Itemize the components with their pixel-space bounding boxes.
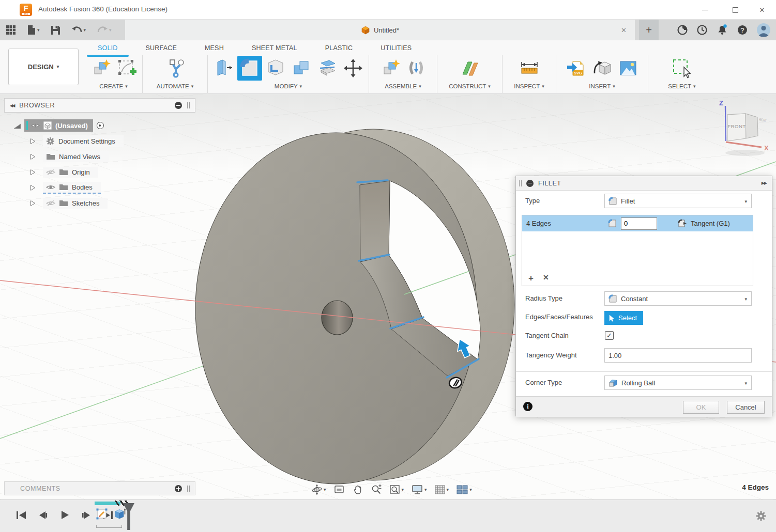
construct-plane-button[interactable]	[458, 56, 482, 81]
expand-arrow-icon[interactable]	[30, 169, 36, 176]
tree-row-named-views[interactable]: Named Views	[4, 149, 195, 164]
expand-arrow-icon[interactable]	[30, 153, 36, 160]
tree-row-root[interactable]: (Unsaved)	[4, 118, 195, 133]
add-comment-icon[interactable]	[175, 485, 182, 492]
notification-bell-button[interactable]	[716, 24, 728, 36]
user-avatar-button[interactable]	[756, 23, 771, 37]
tab-mesh[interactable]: MESH	[191, 42, 238, 56]
job-status-button[interactable]	[677, 24, 688, 36]
viewcube-right-face[interactable]	[745, 114, 758, 138]
document-tab[interactable]: Untitled* ✕	[125, 20, 635, 40]
group-label-automate[interactable]: AUTOMATE▾	[157, 82, 193, 91]
dialog-grip[interactable]	[519, 180, 522, 186]
comments-grip[interactable]	[187, 486, 190, 492]
undo-button[interactable]: ▾	[70, 24, 88, 36]
visibility-eye-icon[interactable]	[31, 122, 40, 129]
collapse-panel-icon[interactable]: ◀◀	[10, 103, 14, 108]
tab-utilities[interactable]: UTILITIES	[367, 42, 425, 56]
minimize-button[interactable]	[696, 3, 714, 17]
file-menu-button[interactable]: ▾	[25, 23, 41, 37]
root-document-chip[interactable]: (Unsaved)	[24, 119, 93, 132]
disc-model[interactable]	[195, 129, 514, 484]
fit-button[interactable]: ▾	[388, 483, 405, 496]
type-dropdown[interactable]: Fillet ▾	[604, 194, 752, 208]
expand-arrow-icon[interactable]	[30, 138, 36, 145]
remove-edge-set-button[interactable]: ✕	[543, 274, 549, 283]
view-cube[interactable]: FRONT RIGHT Z X	[715, 100, 776, 158]
expand-arrow-icon[interactable]	[30, 200, 36, 207]
measure-button[interactable]	[517, 56, 542, 81]
zoom-button[interactable]	[370, 483, 383, 496]
tab-sheet-metal[interactable]: SHEET METAL	[238, 42, 311, 56]
save-button[interactable]	[49, 24, 62, 37]
redo-button[interactable]: ▾	[95, 24, 113, 36]
select-tool-button[interactable]	[670, 56, 694, 81]
maximize-button[interactable]	[726, 3, 744, 17]
center-hole[interactable]	[322, 301, 353, 335]
tree-row-origin[interactable]: Origin	[4, 164, 195, 180]
tree-row-bodies[interactable]: Bodies	[4, 180, 195, 195]
expand-arrow-icon[interactable]	[30, 184, 36, 191]
tangent-chain-checkbox[interactable]: ✓	[605, 331, 614, 340]
visibility-off-icon[interactable]	[46, 200, 55, 207]
look-at-button[interactable]	[332, 483, 346, 496]
joint-button[interactable]	[404, 56, 429, 81]
group-label-insert[interactable]: INSERT▾	[589, 82, 615, 91]
dialog-expand-icon[interactable]: ▶▶	[762, 181, 767, 185]
timeline-go-to-start-button[interactable]	[16, 509, 27, 521]
fillet-dialog-header[interactable]: FILLET ▶▶	[516, 176, 772, 191]
fillet-tool-button[interactable]	[237, 56, 262, 81]
timeline-step-forward-button[interactable]	[81, 509, 92, 521]
ok-button[interactable]: OK	[683, 401, 719, 414]
visibility-eye-icon[interactable]	[46, 184, 55, 191]
visibility-off-icon[interactable]	[46, 169, 55, 176]
assemble-new-component-button[interactable]	[378, 56, 403, 81]
dialog-collapse-icon[interactable]	[526, 180, 534, 187]
select-edges-button[interactable]: Select	[604, 311, 643, 325]
viewports-button[interactable]: ▾	[455, 483, 473, 496]
edge-set-row[interactable]: 4 Edges Tangent (G1)	[522, 215, 753, 231]
notifications-history-button[interactable]	[696, 24, 708, 36]
move-copy-button[interactable]	[341, 56, 366, 81]
orbit-button[interactable]: ▾	[310, 483, 327, 496]
tab-solid[interactable]: SOLID	[84, 42, 132, 56]
activate-component-icon[interactable]	[97, 122, 104, 129]
group-label-select[interactable]: SELECT▾	[668, 82, 695, 91]
tab-surface[interactable]: SURFACE	[132, 42, 191, 56]
combine-button[interactable]	[289, 56, 314, 81]
tangency-weight-input[interactable]	[604, 348, 752, 363]
insert-canvas-button[interactable]	[616, 56, 641, 81]
panel-grip[interactable]	[187, 102, 190, 108]
timeline-step-back-button[interactable]	[37, 509, 49, 521]
tab-plastic[interactable]: PLASTIC	[311, 42, 367, 56]
automate-button[interactable]	[163, 56, 188, 81]
timeline-sketch-feature[interactable]	[95, 506, 109, 522]
viewcube-right-label[interactable]: RIGHT	[759, 117, 767, 123]
close-window-button[interactable]: ✕	[753, 3, 771, 17]
comments-bar[interactable]: COMMENTS	[4, 481, 195, 495]
timeline-extrude-feature[interactable]	[112, 506, 127, 522]
group-label-inspect[interactable]: INSPECT▾	[514, 82, 544, 91]
corner-type-dropdown[interactable]: Rolling Ball ▾	[604, 375, 752, 390]
shell-button[interactable]	[263, 56, 288, 81]
app-grid-button[interactable]	[4, 23, 18, 37]
radius-type-dropdown[interactable]: Constant ▾	[604, 291, 752, 306]
viewcube-front-label[interactable]: FRONT	[727, 123, 745, 129]
group-label-construct[interactable]: CONSTRUCT▾	[449, 82, 491, 91]
timeline-settings-button[interactable]	[755, 510, 767, 522]
insert-svg-button[interactable]: SVG	[564, 56, 589, 81]
browser-header[interactable]: ◀◀ BROWSER	[4, 98, 195, 113]
timeline-play-button[interactable]	[59, 509, 70, 521]
add-edge-set-button[interactable]: +	[528, 274, 534, 283]
create-sketch-button[interactable]	[114, 56, 139, 81]
cancel-button[interactable]: Cancel	[727, 401, 765, 414]
pan-button[interactable]	[351, 483, 364, 496]
help-button[interactable]: ?	[737, 24, 748, 36]
new-tab-button[interactable]: +	[639, 20, 659, 40]
grid-snap-button[interactable]: ▾	[433, 483, 450, 496]
notch-left-wall[interactable]	[360, 181, 390, 262]
new-component-button[interactable]	[88, 56, 113, 81]
info-icon[interactable]: i	[523, 402, 532, 411]
group-label-assemble[interactable]: ASSEMBLE▾	[385, 82, 421, 91]
display-settings-button[interactable]: ▾	[410, 483, 428, 496]
